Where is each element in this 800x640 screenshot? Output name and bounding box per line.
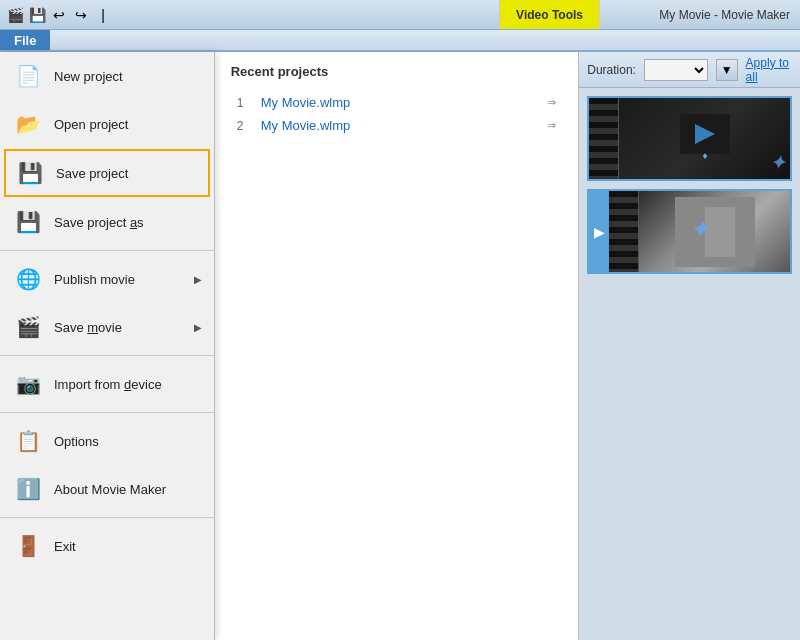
options-label: Options	[54, 434, 202, 449]
filmstrip-2	[609, 191, 639, 272]
video-thumbnail-1[interactable]: ♦ ✦	[587, 96, 792, 181]
publish-movie-icon	[12, 263, 44, 295]
undo-toolbar-icon[interactable]: ↩	[50, 6, 68, 24]
save-toolbar-icon[interactable]: 💾	[28, 6, 46, 24]
filmstrip-1	[589, 98, 619, 179]
save-movie-arrow: ▶	[194, 322, 202, 333]
import-device-label: Import from device	[54, 377, 202, 392]
save-project-icon	[14, 157, 46, 189]
menu-item-open-project[interactable]: Open project	[0, 100, 214, 148]
recent-item-1[interactable]: 1 My Movie.wlmp ⇒	[231, 91, 563, 114]
menu-item-new-project[interactable]: New project	[0, 52, 214, 100]
import-device-icon	[12, 368, 44, 400]
file-tab[interactable]: File	[0, 30, 50, 50]
options-icon	[12, 425, 44, 457]
ribbon: File	[0, 30, 800, 52]
menu-item-about[interactable]: About Movie Maker	[0, 465, 214, 513]
open-project-label: Open project	[54, 117, 202, 132]
publish-movie-label: Publish movie	[54, 272, 184, 287]
logo-watermark-1: ✦	[770, 152, 785, 174]
menu-item-exit[interactable]: Exit	[0, 522, 214, 570]
recent-item-2-name: My Movie.wlmp	[261, 118, 540, 133]
video-thumbnail-2[interactable]: ▶ ✦	[587, 189, 792, 274]
thumb-content-2: ✦	[639, 191, 790, 272]
open-project-icon	[12, 108, 44, 140]
menu-item-save-project[interactable]: Save project	[4, 149, 210, 197]
exit-label: Exit	[54, 539, 202, 554]
duration-select[interactable]	[644, 59, 708, 81]
thumb-graphic-2: ✦	[675, 197, 755, 267]
recent-item-2-num: 2	[237, 119, 253, 133]
about-icon	[12, 473, 44, 505]
save-movie-icon	[12, 311, 44, 343]
svg-text:✦: ✦	[690, 217, 710, 242]
duration-label: Duration:	[587, 63, 636, 77]
menu-item-options[interactable]: Options	[0, 417, 214, 465]
new-project-label: New project	[54, 69, 202, 84]
save-project-as-icon	[12, 206, 44, 238]
video-tools-tab[interactable]: Video Tools	[499, 0, 600, 29]
redo-toolbar-icon[interactable]: ↪	[72, 6, 90, 24]
menu-item-import-from-device[interactable]: Import from device	[0, 360, 214, 408]
save-movie-label: Save movie	[54, 320, 184, 335]
duration-down-btn[interactable]: ▼	[716, 59, 738, 81]
divider-2	[0, 355, 214, 356]
thumb-content-1: ♦ ✦	[619, 98, 790, 179]
menu-item-save-movie[interactable]: Save movie ▶	[0, 303, 214, 351]
divider-3	[0, 412, 214, 413]
divider-1	[0, 250, 214, 251]
exit-icon	[12, 530, 44, 562]
recent-projects-panel: Recent projects 1 My Movie.wlmp ⇒ 2 My M…	[215, 52, 580, 640]
recent-item-2[interactable]: 2 My Movie.wlmp ⇒	[231, 114, 563, 137]
separator-icon: |	[94, 6, 112, 24]
recent-item-1-pin[interactable]: ⇒	[547, 96, 556, 109]
timeline-area: ♦ ✦ ▶ ✦	[579, 88, 800, 640]
apply-all-button[interactable]: Apply to all	[746, 56, 792, 84]
thumb-graphic-1: ♦	[675, 109, 735, 169]
recent-item-1-name: My Movie.wlmp	[261, 95, 540, 110]
app-icon: 🎬	[6, 6, 24, 24]
about-label: About Movie Maker	[54, 482, 202, 497]
new-project-icon	[12, 60, 44, 92]
menu-item-save-project-as[interactable]: Save project as	[0, 198, 214, 246]
svg-rect-4	[705, 207, 735, 257]
right-header: Duration: ▼ Apply to all	[579, 52, 800, 88]
right-panel: Duration: ▼ Apply to all ♦ ✦	[579, 52, 800, 640]
window-title: My Movie - Movie Maker	[659, 8, 790, 22]
save-project-as-label: Save project as	[54, 215, 202, 230]
file-menu: New project Open project Save project Sa…	[0, 52, 215, 640]
publish-movie-arrow: ▶	[194, 274, 202, 285]
recent-item-1-num: 1	[237, 96, 253, 110]
main-area: New project Open project Save project Sa…	[0, 52, 800, 640]
title-bar: 🎬 💾 ↩ ↪ | Video Tools My Movie - Movie M…	[0, 0, 800, 30]
recent-projects-title: Recent projects	[231, 64, 563, 79]
recent-item-2-pin[interactable]: ⇒	[547, 119, 556, 132]
menu-item-publish-movie[interactable]: Publish movie ▶	[0, 255, 214, 303]
divider-4	[0, 517, 214, 518]
save-project-label: Save project	[56, 166, 200, 181]
svg-text:♦: ♦	[702, 150, 707, 161]
title-bar-icons: 🎬 💾 ↩ ↪ |	[0, 6, 118, 24]
